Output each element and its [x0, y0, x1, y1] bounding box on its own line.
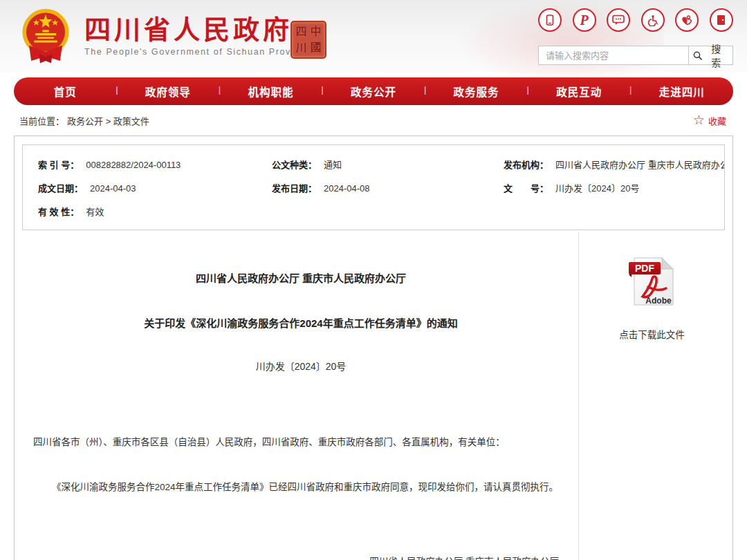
document-card: 索 引 号：008282882/2024-00113 公文种类：通知 发布机构：…: [14, 136, 733, 560]
document-content-row: 四川省人民政府办公厅 重庆市人民政府办公厅 关于印发《深化川渝政务服务合作202…: [22, 232, 725, 560]
site-search: 搜 索: [538, 46, 733, 65]
search-button[interactable]: 搜 索: [688, 46, 732, 64]
nav-item-public-interaction[interactable]: 政民互动: [528, 84, 631, 99]
pdf-download-link[interactable]: PDF Adobe: [626, 254, 679, 312]
meta-doc-number-value: 川办发〔2024〕20号: [555, 183, 639, 194]
meta-date-written: 成文日期：2024-04-03: [38, 177, 272, 200]
favorite-button[interactable]: ☆ 收藏: [693, 114, 726, 127]
meta-validity: 有 效 性：有效: [38, 200, 272, 224]
document-body: 四川省人民政府办公厅 重庆市人民政府办公厅 关于印发《深化川渝政务服务合作202…: [22, 232, 578, 560]
breadcrumb-path[interactable]: 政务公开 > 政策文件: [67, 114, 149, 127]
main-navigation: 首页 政府领导 机构职能 政务公开 政务服务 政民互动 走进四川: [14, 77, 733, 105]
site-title: 四川省人民政府: [84, 15, 311, 46]
document-title-line2: 关于印发《深化川渝政务服务合作2024年重点工作任务清单》的通知: [33, 315, 569, 330]
star-icon: ☆: [693, 113, 705, 127]
nav-item-government-affairs-disclosure[interactable]: 政务公开: [322, 84, 425, 99]
breadcrumb: 当前位置： 政务公开 > 政策文件: [19, 114, 149, 127]
sichuan-china-seal-icon: 四 中 川 國: [290, 21, 326, 59]
pdf-download-text[interactable]: 点击下载此文件: [579, 327, 725, 341]
elder-care-icon[interactable]: [675, 8, 699, 32]
adobe-label: Adobe: [645, 296, 672, 306]
meta-date-published-value: 2024-04-08: [324, 183, 370, 194]
pdf-banner-label: PDF: [635, 263, 654, 274]
site-header: 四川省人民政府 The People's Government of Sichu…: [0, 0, 747, 73]
meta-agency-label: 发布机构：: [504, 160, 548, 170]
search-button-label: 搜 索: [705, 41, 728, 69]
nav-item-agency-functions[interactable]: 机构职能: [219, 84, 322, 99]
header-right-tools: P 搜 索: [538, 8, 733, 65]
seal-char: 中: [310, 26, 321, 37]
search-input[interactable]: [539, 46, 688, 64]
quick-links-row: P: [538, 8, 733, 32]
login-door-icon[interactable]: [710, 8, 733, 32]
brand-text-block: 四川省人民政府 The People's Government of Sichu…: [84, 15, 311, 57]
pdf-download-panel: PDF Adobe 点击下载此文件: [578, 232, 725, 560]
meta-doc-number-label: 文 号：: [504, 183, 548, 194]
nav-item-discover-sichuan[interactable]: 走进四川: [630, 84, 733, 99]
document-metadata-table: 索 引 号：008282882/2024-00113 公文种类：通知 发布机构：…: [22, 144, 725, 230]
national-emblem-icon: [18, 5, 73, 67]
site-brand[interactable]: 四川省人民政府 The People's Government of Sichu…: [18, 5, 311, 67]
adobe-pdf-file-icon: PDF Adobe: [626, 254, 679, 309]
meta-index-label: 索 引 号：: [38, 160, 79, 170]
meta-date-written-label: 成文日期：: [38, 183, 83, 194]
messages-icon[interactable]: [607, 8, 630, 32]
meta-date-published: 发布日期：2024-04-08: [272, 177, 504, 200]
meta-agency-value: 四川省人民政府办公厅 重庆市人民政府办公厅: [555, 160, 724, 170]
meta-doc-type: 公文种类：通知: [272, 153, 504, 177]
meta-doc-number: 文 号：川办发〔2024〕20号: [504, 177, 724, 200]
mobile-app-icon[interactable]: [538, 8, 562, 32]
document-signature: 四川省人民政府办公厅 重庆市人民政府办公厅: [33, 554, 569, 560]
nav-item-government-leaders[interactable]: 政府领导: [117, 84, 220, 99]
meta-index-number: 索 引 号：008282882/2024-00113: [38, 153, 272, 177]
seal-char: 國: [310, 42, 321, 53]
seal-char: 四: [295, 26, 306, 37]
document-paragraph: 四川省各市（州）、重庆市各区县（自治县）人民政府，四川省政府、重庆市政府各部门、…: [33, 435, 569, 451]
meta-validity-value: 有效: [86, 207, 104, 217]
breadcrumb-row: 当前位置： 政务公开 > 政策文件 ☆ 收藏: [0, 105, 747, 136]
favorite-label: 收藏: [708, 114, 726, 127]
meta-index-value: 008282882/2024-00113: [86, 160, 181, 170]
nav-item-home[interactable]: 首页: [14, 84, 117, 99]
nav-item-government-services[interactable]: 政务服务: [425, 84, 528, 99]
meta-issuing-agency: 发布机构：四川省人民政府办公厅 重庆市人民政府办公厅: [504, 153, 724, 177]
seal-char: 川: [295, 42, 306, 53]
meta-type-value: 通知: [324, 160, 342, 170]
meta-date-published-label: 发布日期：: [272, 183, 317, 194]
breadcrumb-prefix: 当前位置：: [19, 114, 64, 127]
accessibility-icon[interactable]: [641, 8, 665, 32]
document-title-line1: 四川省人民政府办公厅 重庆市人民政府办公厅: [33, 270, 569, 285]
document-paragraph: 《深化川渝政务服务合作2024年重点工作任务清单》已经四川省政府和重庆市政府同意…: [33, 480, 569, 496]
search-icon: [693, 50, 702, 61]
p-logo-icon[interactable]: P: [573, 8, 596, 32]
document-number: 川办发〔2024〕20号: [33, 359, 569, 373]
site-subtitle: The People's Government of Sichuan Provi…: [84, 47, 311, 57]
meta-type-label: 公文种类：: [272, 160, 317, 170]
meta-date-written-value: 2024-04-03: [90, 183, 136, 194]
meta-validity-label: 有 效 性：: [38, 207, 79, 217]
